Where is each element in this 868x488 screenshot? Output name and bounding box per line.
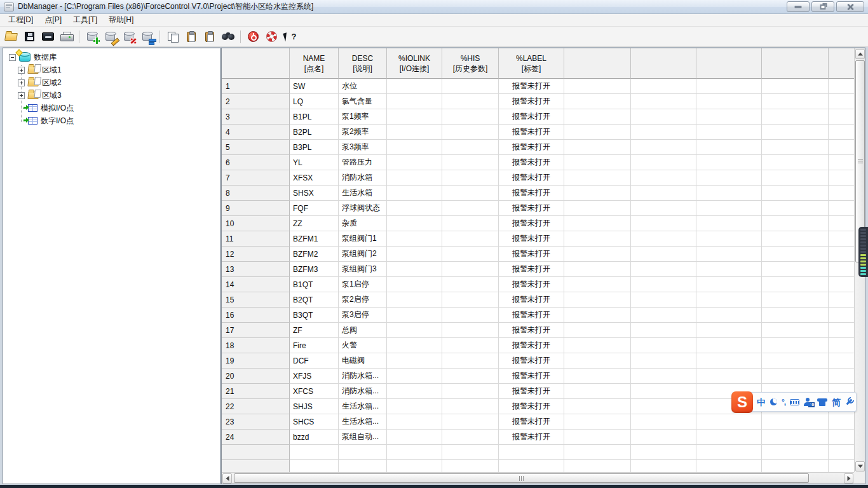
scroll-down-button[interactable] (855, 461, 865, 471)
grid-cell[interactable]: SW (290, 79, 339, 94)
row-number-cell[interactable]: 9 (222, 201, 290, 216)
grid-cell[interactable] (387, 338, 442, 353)
user-level-icon[interactable]: 16 (804, 398, 813, 406)
expand-icon[interactable] (18, 67, 25, 74)
grid-cell[interactable] (829, 247, 854, 262)
grid-cell[interactable] (762, 277, 829, 292)
grid-cell[interactable] (762, 231, 829, 247)
grid-cell[interactable] (762, 338, 829, 353)
help-about-button[interactable] (263, 29, 280, 45)
grid-cell[interactable] (631, 460, 696, 472)
grid-cell[interactable] (442, 262, 499, 277)
simplified-chinese[interactable]: 简 (832, 398, 841, 407)
grid-cell[interactable] (696, 292, 762, 308)
grid-cell[interactable] (442, 277, 499, 292)
grid-cell[interactable] (696, 140, 762, 155)
grid-cell[interactable]: 报警未打开 (499, 384, 564, 399)
column-header[interactable]: NAME[点名] (290, 48, 339, 79)
grid-cell[interactable]: 报警未打开 (499, 369, 564, 384)
grid-cell[interactable] (829, 430, 854, 445)
punctuation-mode[interactable]: °, (782, 398, 785, 406)
grid-cell[interactable] (696, 109, 762, 125)
grid-cell[interactable] (290, 460, 339, 472)
grid-cell[interactable] (387, 414, 442, 430)
grid-cell[interactable]: 泵2启停 (339, 292, 387, 308)
grid-cell[interactable] (564, 109, 631, 125)
grid-cell[interactable] (829, 460, 854, 472)
grid-cell[interactable]: 泵1频率 (339, 109, 387, 125)
scroll-right-button[interactable] (844, 473, 853, 484)
grid-cell[interactable] (387, 430, 442, 445)
row-number-cell[interactable] (222, 460, 290, 472)
grid-cell[interactable]: 泵组自动... (339, 430, 387, 445)
print-button[interactable] (58, 29, 75, 45)
grid-cell[interactable]: 报警未打开 (499, 247, 564, 262)
grid-cell[interactable]: B2QT (290, 292, 339, 308)
grid-cell[interactable] (564, 338, 631, 353)
tree-node-database[interactable]: 数据库 (3, 51, 220, 64)
grid-cell[interactable]: LQ (290, 94, 339, 109)
grid-cell[interactable] (442, 323, 499, 338)
grid-cell[interactable]: 报警未打开 (499, 338, 564, 353)
grid-cell[interactable] (631, 338, 696, 353)
grid-cell[interactable]: SHJS (290, 399, 339, 414)
grid-cell[interactable]: FQF (290, 201, 339, 216)
grid-cell[interactable]: 泵1启停 (339, 277, 387, 292)
column-header[interactable] (829, 48, 854, 79)
grid-cell[interactable] (387, 277, 442, 292)
grid-cell[interactable] (631, 277, 696, 292)
row-number-cell[interactable]: 1 (222, 79, 290, 94)
grid-cell[interactable]: 报警未打开 (499, 231, 564, 247)
grid-cell[interactable] (762, 262, 829, 277)
grid-cell[interactable]: 消防水箱... (339, 384, 387, 399)
grid-cell[interactable] (631, 140, 696, 155)
grid-cell[interactable] (564, 308, 631, 323)
grid-cell[interactable]: Fire (290, 338, 339, 353)
grid-cell[interactable] (564, 384, 631, 399)
grid-cell[interactable] (696, 262, 762, 277)
grid-cell[interactable] (631, 155, 696, 170)
paste-button[interactable] (182, 29, 200, 45)
grid-cell[interactable]: 泵组阀门2 (339, 247, 387, 262)
grid-cell[interactable] (564, 369, 631, 384)
grid-cell[interactable] (387, 353, 442, 369)
grid-cell[interactable] (387, 201, 442, 216)
grid-cell[interactable] (762, 292, 829, 308)
grid-cell[interactable]: 报警未打开 (499, 292, 564, 308)
grid-cell[interactable] (387, 262, 442, 277)
grid-cell[interactable] (564, 170, 631, 186)
grid-cell[interactable] (696, 445, 762, 460)
row-number-cell[interactable]: 21 (222, 384, 290, 399)
grid-cell[interactable] (631, 186, 696, 201)
row-number-cell[interactable]: 5 (222, 140, 290, 155)
grid-cell[interactable] (696, 231, 762, 247)
row-number-cell[interactable]: 23 (222, 414, 290, 430)
skin-shirt-icon[interactable] (817, 398, 827, 406)
grid-cell[interactable]: 报警未打开 (499, 399, 564, 414)
row-number-cell[interactable]: 22 (222, 399, 290, 414)
tree-node-analog-io[interactable]: 模拟I/O点 (3, 102, 220, 114)
grid-cell[interactable] (762, 155, 829, 170)
grid-cell[interactable] (387, 399, 442, 414)
grid-cell[interactable] (696, 338, 762, 353)
grid-cell[interactable]: ZF (290, 323, 339, 338)
halfwidth-moon-icon[interactable] (770, 398, 777, 405)
grid-cell[interactable]: BZFM3 (290, 262, 339, 277)
grid-cell[interactable] (387, 323, 442, 338)
scroll-left-button[interactable] (222, 473, 232, 484)
grid-cell[interactable] (829, 109, 854, 125)
grid-cell[interactable] (631, 399, 696, 414)
grid-cell[interactable]: 泵3频率 (339, 140, 387, 155)
tree-label[interactable]: 模拟I/O点 (41, 103, 74, 114)
grid-cell[interactable]: 报警未打开 (499, 414, 564, 430)
grid-cell[interactable] (829, 201, 854, 216)
row-number-cell[interactable]: 8 (222, 186, 290, 201)
grid-cell[interactable]: BZFM2 (290, 247, 339, 262)
grid-cell[interactable] (387, 125, 442, 140)
grid-cell[interactable] (387, 140, 442, 155)
grid-cell[interactable] (442, 231, 499, 247)
grid-cell[interactable]: XFJS (290, 369, 339, 384)
close-button[interactable] (836, 1, 864, 12)
row-number-cell[interactable]: 17 (222, 323, 290, 338)
grid-cell[interactable]: 报警未打开 (499, 109, 564, 125)
